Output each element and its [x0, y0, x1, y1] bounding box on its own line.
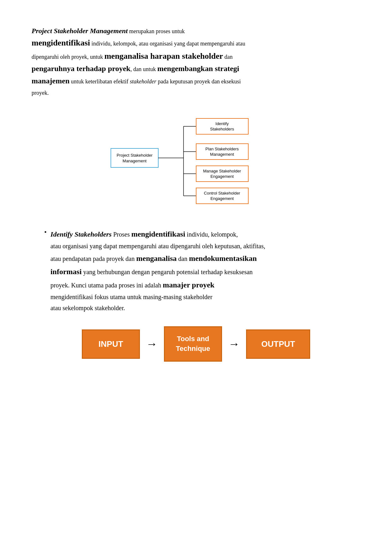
intro-paragraph: Project Stakeholder Management merupakan… — [32, 25, 360, 98]
svg-rect-18 — [196, 188, 248, 204]
bullet-title-large: mengidentifikasi — [131, 230, 185, 238]
svg-text:Plan Stakeholders: Plan Stakeholders — [205, 147, 239, 151]
bullet-item-1: • Identify Stakeholders Proses mengident… — [44, 227, 360, 314]
flow-input-box: INPUT — [82, 329, 140, 359]
svg-text:Identify: Identify — [215, 121, 229, 126]
intro-line2-normal: individu, kelompok, atau organisasi yang… — [90, 40, 245, 47]
intro-line3-suffix: dan — [223, 54, 233, 60]
svg-text:Engagement: Engagement — [210, 174, 234, 179]
intro-line3: dipengaruhi oleh proyek, untuk — [32, 54, 104, 60]
bullet-section: • Identify Stakeholders Proses mengident… — [32, 227, 360, 314]
bullet-text6: mengidentifikasi fokus utama untuk masin… — [51, 293, 213, 300]
bullet-dot: • — [44, 228, 47, 314]
flow-diagram: INPUT → Tools andTechnique → OUTPUT — [32, 326, 360, 362]
bullet-text1: individu, kelompok, — [185, 231, 238, 238]
intro-line4-normal: , dan untuk — [130, 66, 157, 72]
intro-line5-italic: stakeholder — [130, 78, 156, 85]
flow-tools-box: Tools andTechnique — [164, 326, 222, 362]
svg-text:Control Stakeholder: Control Stakeholder — [204, 191, 240, 196]
bullet-text4: yang berhubungan dengan pengaruh potensi… — [81, 268, 253, 275]
svg-rect-15 — [196, 166, 248, 182]
bullet-text3-large2: mendokumentasikan — [189, 254, 257, 262]
bullet-title: Identify Stakeholders — [51, 230, 112, 238]
intro-title: Project Stakeholder Management — [32, 27, 128, 35]
bullet-text5-large: manajer proyek — [163, 281, 214, 289]
bullet-content-1: Identify Stakeholders Proses mengidentif… — [51, 227, 265, 314]
intro-line5-large: manajemen — [32, 77, 69, 85]
flow-arrow-2: → — [222, 337, 246, 351]
svg-rect-12 — [196, 144, 248, 160]
intro-line3-large: menganalisa harapan stakeholder — [104, 51, 223, 61]
flow-output-box: OUTPUT — [246, 329, 310, 359]
intro-title-suffix: merupakan proses untuk — [128, 28, 184, 34]
svg-text:Manage Stakeholder: Manage Stakeholder — [203, 169, 241, 173]
svg-rect-0 — [111, 148, 158, 167]
svg-rect-9 — [196, 118, 248, 134]
bullet-text3-large: menganalisa — [136, 254, 177, 262]
bullet-title-suffix: Proses — [112, 231, 131, 238]
svg-text:Management: Management — [123, 159, 147, 163]
flow-tools-label: Tools andTechnique — [176, 335, 210, 352]
bullet-text3: atau pendapatan pada proyek dan — [51, 255, 136, 262]
bullet-text5: proyek. Kunci utama pada proses ini adal… — [51, 282, 163, 289]
bullet-text3-m: dan — [177, 255, 189, 262]
intro-line5-suffix: pada keputusan proyek dan eksekusi — [156, 78, 241, 85]
bullet-text4-large: informasi — [51, 268, 82, 276]
flow-arrow-1: → — [140, 337, 164, 351]
stakeholder-diagram: Project Stakeholder Management Identify … — [32, 111, 360, 212]
intro-line2-large: mengidentifikasi — [32, 38, 90, 47]
intro-line4-large: pengaruhnya terhadap proyek — [32, 64, 130, 73]
svg-text:Engagement: Engagement — [210, 196, 234, 201]
diagram-svg: Project Stakeholder Management Identify … — [101, 111, 291, 212]
svg-text:Project Stakeholder: Project Stakeholder — [117, 153, 153, 158]
bullet-text2: atau organisasi yang dapat mempengaruhi … — [51, 243, 265, 250]
intro-line6: proyek. — [32, 90, 49, 96]
bullet-text7: atau sekelompok stakeholder. — [51, 304, 125, 311]
svg-text:Stakeholders: Stakeholders — [210, 127, 234, 131]
intro-line5-normal: untuk keterlibatan efektif — [69, 78, 130, 85]
svg-text:Management: Management — [210, 152, 234, 157]
intro-line4-large2: mengembangkan strategi — [157, 64, 239, 73]
